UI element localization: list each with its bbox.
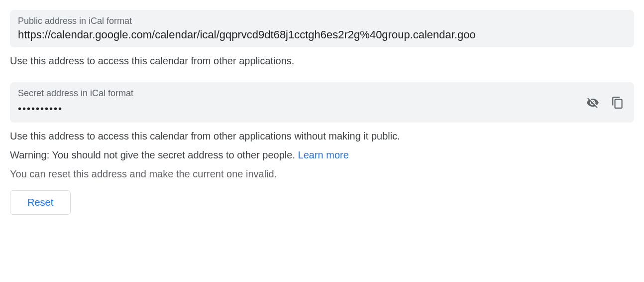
public-ical-label: Public address in iCal format: [18, 16, 626, 26]
reset-button[interactable]: Reset: [10, 190, 71, 215]
learn-more-link[interactable]: Learn more: [298, 149, 349, 160]
copy-icon[interactable]: [609, 94, 626, 111]
secret-warning-prefix: Warning: You should not give the secret …: [10, 149, 298, 160]
secret-icon-group: [578, 94, 626, 111]
secret-ical-field: Secret address in iCal format ••••••••••: [10, 82, 634, 123]
public-ical-helper: Use this address to access this calendar…: [10, 53, 634, 68]
secret-warning-text: Warning: You should not give the secret …: [10, 147, 634, 162]
secret-ical-helper: Use this address to access this calendar…: [10, 129, 634, 143]
reset-helper-text: You can reset this address and make the …: [10, 166, 634, 181]
secret-ical-value[interactable]: ••••••••••: [18, 101, 578, 117]
public-ical-field: Public address in iCal format https://ca…: [10, 10, 634, 47]
secret-ical-label: Secret address in iCal format: [18, 88, 578, 99]
visibility-off-icon[interactable]: [584, 94, 601, 111]
public-ical-value[interactable]: https://calendar.google.com/calendar/ica…: [18, 28, 626, 41]
